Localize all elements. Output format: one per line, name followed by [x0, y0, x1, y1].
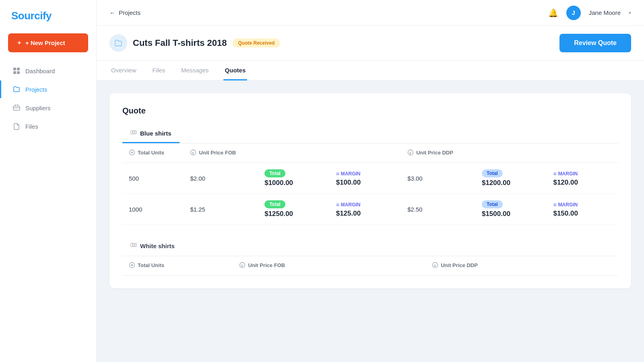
- units-1000: 1000: [122, 194, 184, 225]
- th-fob-margin: [330, 144, 401, 163]
- tab-files-label: Files: [153, 67, 165, 74]
- projects-label: Projects: [25, 86, 47, 93]
- plus-icon: ＋: [16, 39, 22, 47]
- tab-overview-label: Overview: [111, 67, 136, 74]
- user-avatar: J: [566, 6, 581, 20]
- section-tab-white-shirts[interactable]: White shirts: [122, 238, 183, 256]
- fob-price-500: $2.00: [184, 163, 258, 194]
- ddp-margin-stack-icon-1000: ≡: [553, 202, 556, 208]
- th-total-units-white: Total Units: [122, 256, 233, 276]
- topbar-right: 🔔 J Jane Moore ▾: [548, 6, 631, 20]
- project-header: Cuts Fall T-shirts 2018 Quote Received R…: [97, 26, 644, 61]
- fob-margin-label-500: MARGIN: [341, 171, 361, 177]
- quote-card: Quote Blue shirts: [109, 93, 631, 288]
- chevron-down-icon[interactable]: ▾: [629, 10, 631, 16]
- sidebar: Sourcify ＋ + New Project Dashboard Proje…: [0, 0, 97, 362]
- tab-quotes-label: Quotes: [225, 67, 246, 74]
- svg-rect-1: [17, 68, 20, 70]
- sidebar-item-files[interactable]: Files: [0, 117, 96, 135]
- main-content: ← Projects 🔔 J Jane Moore ▾ Cuts Fall T-…: [97, 0, 644, 362]
- fob-margin-label-1000: MARGIN: [341, 202, 361, 208]
- review-quote-button[interactable]: Review Quote: [559, 34, 631, 52]
- tabs-bar: Overview Files Messages Quotes: [97, 61, 644, 80]
- margin-stack-icon: ≡: [336, 171, 339, 177]
- suppliers-icon: [12, 104, 21, 112]
- svg-rect-6: [131, 131, 133, 134]
- back-arrow-icon[interactable]: ←: [109, 9, 116, 16]
- svg-rect-2: [13, 71, 16, 74]
- fob-total-value-1000: $1250.00: [264, 210, 323, 218]
- tab-messages-label: Messages: [181, 67, 208, 74]
- section-tab-white-shirts-label: White shirts: [140, 243, 175, 249]
- bell-icon[interactable]: 🔔: [548, 8, 558, 18]
- dashboard-label: Dashboard: [25, 68, 55, 74]
- logo: Sourcify: [0, 0, 96, 30]
- breadcrumb: ← Projects: [109, 9, 140, 16]
- topbar: ← Projects 🔔 J Jane Moore ▾: [97, 0, 644, 26]
- th-unit-price-fob-white: $ Unit Price FOB: [233, 256, 367, 276]
- svg-rect-4: [13, 106, 20, 110]
- project-icon: [109, 34, 127, 52]
- breadcrumb-label: Projects: [119, 9, 140, 16]
- svg-text:$: $: [434, 264, 436, 267]
- th-fob-total-white: [367, 256, 396, 276]
- user-name: Jane Moore: [589, 9, 621, 16]
- th-ddp-margin-white: [589, 256, 618, 276]
- fob-margin-value-500: $100.00: [336, 179, 395, 187]
- svg-text:$: $: [192, 151, 194, 155]
- quote-card-title: Quote: [122, 106, 618, 115]
- tab-overview[interactable]: Overview: [109, 61, 138, 80]
- ddp-price-500: $3.00: [401, 163, 475, 194]
- content-area: Quote Blue shirts: [97, 80, 644, 362]
- th-ddp-total-white: [559, 256, 589, 276]
- ddp-margin-value-1000: $150.00: [553, 210, 612, 218]
- new-project-button[interactable]: ＋ + New Project: [8, 33, 88, 52]
- suppliers-label: Suppliers: [25, 105, 51, 111]
- tab-quotes[interactable]: Quotes: [223, 61, 248, 80]
- white-shirts-icon: [130, 242, 137, 250]
- ddp-margin-500: ≡ MARGIN $120.00: [547, 163, 618, 194]
- th-unit-price-fob: $ Unit Price FOB: [184, 144, 258, 163]
- th-unit-price-ddp-white: $ Unit Price DDP: [425, 256, 559, 276]
- svg-text:$: $: [241, 264, 243, 267]
- th-unit-price-ddp: $ Unit Price DDP: [401, 144, 475, 163]
- projects-icon: [12, 85, 21, 93]
- sidebar-item-dashboard[interactable]: Dashboard: [0, 62, 96, 80]
- section-tab-blue-shirts[interactable]: Blue shirts: [122, 125, 180, 143]
- files-label: Files: [25, 123, 38, 130]
- fob-total-badge-500: Total: [264, 169, 285, 177]
- ddp-margin-value-500: $120.00: [553, 179, 612, 187]
- files-icon: [12, 122, 21, 130]
- tab-files[interactable]: Files: [151, 61, 167, 80]
- new-project-label: + New Project: [25, 39, 65, 46]
- sidebar-item-suppliers[interactable]: Suppliers: [0, 99, 96, 117]
- user-initial: J: [572, 9, 575, 16]
- ddp-total-badge-500: Total: [482, 169, 503, 177]
- th-ddp-total: [475, 144, 547, 163]
- svg-rect-15: [133, 243, 134, 247]
- th-fob-total: [258, 144, 330, 163]
- svg-rect-8: [135, 131, 136, 134]
- ddp-margin-stack-icon-500: ≡: [553, 171, 556, 177]
- white-shirts-table: Total Units $ Unit Price FOB: [122, 256, 618, 276]
- th-ddp-margin: [547, 144, 618, 163]
- section-tabs-white: White shirts: [122, 238, 618, 256]
- th-total-units: Total Units: [122, 144, 184, 163]
- fob-total-1000: Total $1250.00: [258, 194, 330, 225]
- sidebar-item-projects[interactable]: Projects: [0, 80, 96, 98]
- section-tabs: Blue shirts: [122, 125, 618, 143]
- section-tab-blue-shirts-label: Blue shirts: [140, 130, 171, 137]
- fob-total-500: Total $1000.00: [258, 163, 330, 194]
- svg-rect-0: [13, 68, 16, 70]
- svg-rect-3: [17, 71, 20, 74]
- table-row: 1000 $1.25 Total $1250.00 ≡ MARGI: [122, 194, 618, 225]
- fob-price-1000: $1.25: [184, 194, 258, 225]
- svg-rect-14: [131, 243, 133, 247]
- fob-margin-value-1000: $125.00: [336, 210, 395, 218]
- tab-messages[interactable]: Messages: [180, 61, 210, 80]
- fob-total-badge-1000: Total: [264, 200, 285, 208]
- ddp-total-500: Total $1200.00: [475, 163, 547, 194]
- ddp-margin-label-1000: MARGIN: [558, 202, 578, 208]
- blue-shirts-icon: [130, 129, 137, 137]
- th-fob-margin-white: [396, 256, 425, 276]
